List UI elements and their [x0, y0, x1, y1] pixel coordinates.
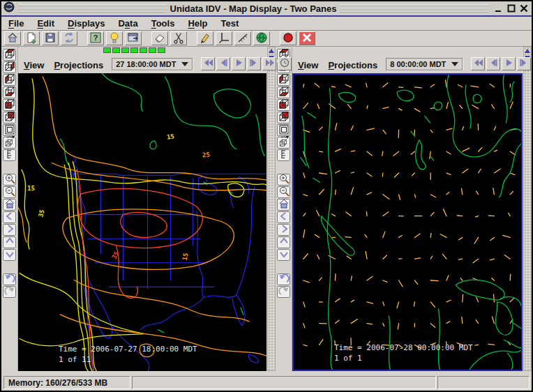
temperature-contour-map[interactable]: 151525353515 Time = 2006-07-27 18:00:00 … [18, 73, 266, 371]
pane-menu-view[interactable]: View [298, 60, 318, 70]
cube-front-button[interactable] [3, 99, 16, 111]
cube-front-button[interactable] [277, 99, 290, 111]
wind-vector [414, 109, 420, 112]
redo-button[interactable] [3, 286, 16, 298]
record-button[interactable] [280, 31, 296, 45]
cube-bottom-button[interactable] [277, 86, 290, 98]
play-button[interactable] [502, 57, 516, 70]
menu-test[interactable]: Test [221, 18, 239, 29]
wind-vector [399, 280, 403, 287]
wind-vector [414, 302, 414, 306]
reload-button[interactable] [61, 31, 77, 45]
wind-vector [320, 151, 323, 152]
menu-data[interactable]: Data [118, 18, 137, 29]
menu-edit[interactable]: Edit [37, 18, 54, 29]
dashboard-button[interactable] [125, 31, 142, 45]
menu-displays[interactable]: Displays [68, 18, 105, 29]
go-last-icon [264, 57, 275, 70]
time-step-box[interactable] [140, 47, 147, 53]
anim-properties-button[interactable] [278, 57, 292, 70]
pane-menu-projections[interactable]: Projections [54, 60, 103, 70]
step-forward-button[interactable] [247, 57, 261, 70]
menu-file[interactable]: File [8, 18, 24, 29]
cube-rotate-button[interactable] [3, 137, 16, 149]
time-step-box[interactable] [112, 47, 120, 53]
pan-down-button[interactable] [3, 249, 16, 261]
ruler-button[interactable] [277, 149, 290, 161]
home-button[interactable] [4, 31, 21, 45]
ruler-button[interactable] [3, 149, 16, 161]
pane-menu-view[interactable]: View [24, 60, 44, 70]
wind-vector [494, 150, 497, 151]
eraser-button[interactable] [151, 31, 168, 45]
cube-back-button[interactable] [3, 112, 16, 123]
time-step-box[interactable] [103, 47, 111, 53]
cube-right-button[interactable] [3, 61, 16, 73]
time-select-dropdown[interactable]: 27 18:00:00 MDT [112, 58, 193, 70]
step-forward-button[interactable] [517, 57, 531, 70]
menu-help[interactable]: Help [188, 18, 207, 29]
undo-button[interactable] [277, 273, 290, 285]
play-button[interactable] [232, 57, 246, 70]
wind-vector [458, 259, 462, 259]
zoom-out-button[interactable] [277, 186, 290, 198]
save-button[interactable] [42, 31, 59, 45]
time-select-dropdown[interactable]: 8 00:00:00 MDT [386, 58, 463, 70]
pane-collapse-strip-right[interactable] [523, 47, 532, 371]
close-button[interactable] [518, 3, 530, 14]
square-2d-button[interactable] [277, 124, 290, 136]
animation-controls [201, 57, 292, 70]
time-step-box[interactable] [149, 47, 156, 53]
go-first-button[interactable] [201, 57, 215, 70]
collapse-up-icon[interactable] [269, 49, 274, 53]
pane-menu-projections[interactable]: Projections [328, 60, 377, 70]
zoom-out-button[interactable] [3, 186, 16, 198]
pan-up-button[interactable] [277, 236, 290, 248]
home-view-button[interactable] [3, 199, 16, 211]
wind-vector-map[interactable]: Time = 2006-07-28 00:00:00 MDT1 of 1 [292, 73, 523, 371]
title-bar[interactable]: Unidata IDV - Map Display - Two Panes [1, 1, 532, 17]
menu-tools[interactable]: Tools [151, 18, 175, 29]
pan-up-button[interactable] [3, 236, 16, 248]
redo-button[interactable] [277, 286, 290, 298]
step-back-button[interactable] [486, 57, 500, 70]
remove-all-button[interactable] [299, 31, 315, 45]
wind-vector [347, 256, 351, 259]
cube-bottom-button[interactable] [3, 86, 16, 98]
square-2d-button[interactable] [3, 124, 16, 136]
cut-button[interactable] [170, 31, 187, 45]
pan-down-button[interactable] [277, 249, 290, 261]
maximize-button[interactable] [506, 3, 517, 14]
undo-button[interactable] [3, 273, 16, 285]
cube-back-button[interactable] [277, 112, 290, 123]
axis-tool-button[interactable] [216, 31, 232, 45]
collapse-up-icon[interactable] [525, 49, 530, 53]
cube-left-button[interactable] [3, 74, 16, 86]
field-selector-button[interactable]: ? [87, 31, 104, 45]
pan-right-button[interactable] [277, 224, 290, 236]
time-step-box[interactable] [158, 47, 165, 53]
pan-right-button[interactable] [3, 224, 16, 236]
step-back-button[interactable] [216, 57, 230, 70]
probe-tool-button[interactable] [234, 31, 251, 45]
go-last-button[interactable] [262, 57, 276, 70]
time-step-box[interactable] [121, 47, 129, 53]
globe-button[interactable] [253, 31, 270, 45]
home-view-button[interactable] [277, 199, 290, 211]
wind-vector [367, 302, 373, 303]
zoom-in-button[interactable] [277, 174, 290, 186]
cube-rotate-button[interactable] [277, 137, 290, 149]
pan-left-button[interactable] [277, 211, 290, 223]
cube-top-button[interactable] [3, 49, 16, 61]
display-bulb-button[interactable] [106, 31, 123, 45]
time-step-box[interactable] [130, 47, 138, 53]
minimize-button[interactable] [493, 3, 504, 14]
zoom-in-button[interactable] [3, 174, 16, 186]
pan-left-button[interactable] [3, 211, 16, 223]
pencil-button[interactable] [197, 31, 213, 45]
pane-collapse-strip-left[interactable] [267, 47, 276, 371]
new-file-button[interactable] [23, 31, 40, 45]
wind-vector [430, 130, 433, 132]
go-first-button[interactable] [471, 57, 485, 70]
cube-left-button[interactable] [277, 74, 290, 86]
